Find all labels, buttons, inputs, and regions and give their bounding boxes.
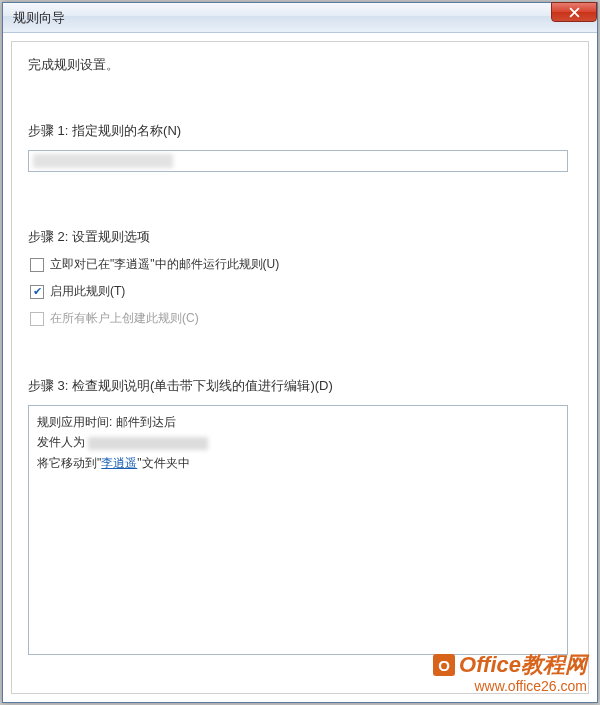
desc-line-1: 规则应用时间: 邮件到达后 (37, 412, 559, 432)
option-label: 在所有帐户上创建此规则(C) (50, 310, 199, 327)
sender-value (88, 437, 208, 450)
titlebar: 规则向导 (3, 3, 597, 33)
step3-label: 步骤 3: 检查规则说明(单击带下划线的值进行编辑)(D) (28, 377, 572, 395)
window-title: 规则向导 (13, 9, 65, 27)
dialog-window: 规则向导 完成规则设置。 步骤 1: 指定规则的名称(N) 步骤 2: 设置规则… (2, 2, 598, 703)
close-icon (569, 7, 580, 18)
step1-label: 步骤 1: 指定规则的名称(N) (28, 122, 572, 140)
option-label: 立即对已在"李逍遥"中的邮件运行此规则(U) (50, 256, 279, 273)
rule-description-box[interactable]: 规则应用时间: 邮件到达后 发件人为 将它移动到"李逍遥"文件夹中 (28, 405, 568, 655)
desc-line-3: 将它移动到"李逍遥"文件夹中 (37, 453, 559, 473)
option-enable-rule[interactable]: ✔ 启用此规则(T) (30, 283, 572, 300)
checkbox-icon (30, 312, 44, 326)
folder-link[interactable]: 李逍遥 (101, 456, 137, 470)
option-all-accounts: 在所有帐户上创建此规则(C) (30, 310, 572, 327)
client-area: 完成规则设置。 步骤 1: 指定规则的名称(N) 步骤 2: 设置规则选项 立即… (11, 41, 589, 694)
option-run-now[interactable]: 立即对已在"李逍遥"中的邮件运行此规则(U) (30, 256, 572, 273)
checkbox-icon (30, 258, 44, 272)
desc-line-2: 发件人为 (37, 432, 559, 452)
step2-label: 步骤 2: 设置规则选项 (28, 228, 572, 246)
close-button[interactable] (551, 2, 597, 22)
checkbox-icon: ✔ (30, 285, 44, 299)
rule-name-value (33, 154, 173, 168)
rule-name-input[interactable] (28, 150, 568, 172)
page-heading: 完成规则设置。 (28, 56, 572, 74)
option-label: 启用此规则(T) (50, 283, 125, 300)
